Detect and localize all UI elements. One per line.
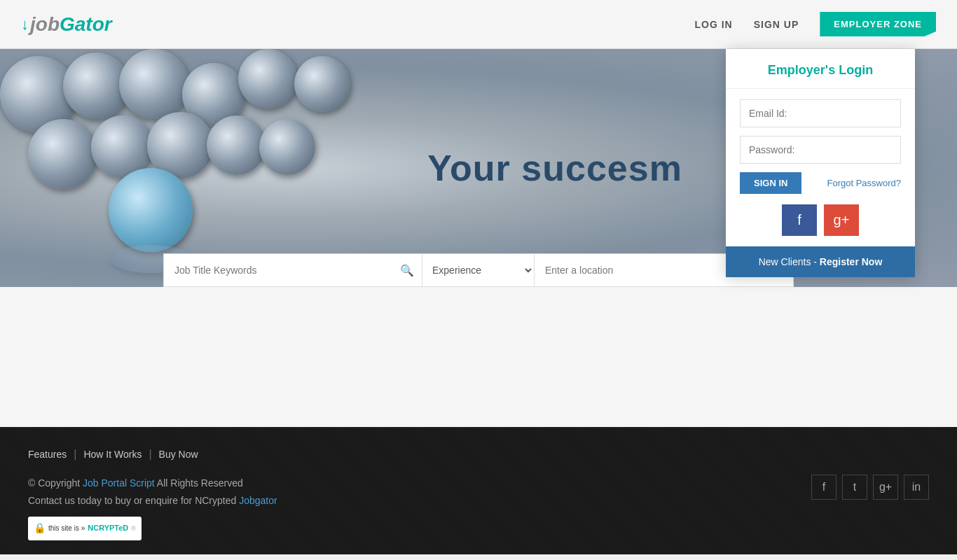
sphere-7 (28, 119, 98, 189)
register-text: New Clients - (759, 256, 820, 267)
footer-nav: Features | How It Works | Buy Now (28, 448, 929, 461)
signup-link[interactable]: SIGN UP (754, 19, 799, 30)
footer-bottom: © Copyright Job Portal Script All Rights… (28, 475, 929, 540)
sphere-3 (119, 49, 189, 119)
ncrypted-badge: 🔒 this site is » NCRYPTeD ® (28, 517, 142, 540)
logo: ↓ jobGator (21, 13, 112, 36)
sphere-blue (109, 168, 193, 252)
footer-linkedin-icon[interactable]: in (904, 475, 929, 500)
contact-text: Contact us today to buy or enquire for N… (28, 495, 239, 506)
spheres-container (0, 49, 420, 287)
employer-zone-button[interactable]: EMPLOYER ZONE (820, 12, 936, 36)
sign-in-button[interactable]: SIGN IN (740, 172, 801, 194)
register-link[interactable]: Register Now (820, 256, 882, 267)
register-bar[interactable]: New Clients - Register Now (726, 246, 915, 277)
search-bar: 🔍 Experience 0-1 Years 1-2 Years 2-5 Yea… (163, 253, 794, 287)
footer-features-link[interactable]: Features (28, 449, 67, 460)
logo-gator: Gator (60, 13, 112, 36)
forgot-password-link[interactable]: Forgot Password? (827, 178, 902, 188)
employer-panel-body: SIGN IN Forgot Password? f g+ (726, 89, 915, 246)
search-experience-container: Experience 0-1 Years 1-2 Years 2-5 Years… (422, 253, 535, 287)
employer-login-panel: Employer's Login SIGN IN Forgot Password… (726, 49, 915, 277)
rights-text: All Rights Reserved (155, 477, 243, 489)
password-input[interactable] (740, 136, 901, 164)
logo-icon: ↓ (21, 15, 29, 34)
email-input[interactable] (740, 99, 901, 127)
employer-panel-title: Employer's Login (726, 49, 915, 89)
logo-j: j (30, 13, 36, 36)
header: ↓ jobGator LOG IN SIGN UP EMPLOYER ZONE (0, 0, 957, 49)
footer-facebook-icon[interactable]: f (811, 475, 836, 500)
facebook-login-button[interactable]: f (782, 204, 817, 236)
social-buttons: f g+ (740, 204, 901, 236)
copyright-text: © Copyright (28, 477, 83, 489)
ncrypted-logo: 🔒 this site is » NCRYPTeD ® (28, 517, 277, 540)
footer-how-works-link[interactable]: How It Works (83, 449, 142, 460)
footer-twitter-icon[interactable]: t (842, 475, 867, 500)
sphere-6 (294, 56, 350, 112)
footer: Features | How It Works | Buy Now © Copy… (0, 427, 957, 554)
footer-buy-link[interactable]: Buy Now (159, 449, 198, 460)
sphere-11 (259, 119, 315, 175)
footer-social: f t g+ in (811, 475, 929, 500)
nav-right: LOG IN SIGN UP EMPLOYER ZONE (695, 12, 937, 36)
footer-sep-2: | (149, 448, 151, 461)
google-icon: g+ (834, 212, 850, 228)
footer-sep-1: | (74, 448, 76, 461)
logo-ob: ob (36, 13, 60, 36)
search-icon[interactable]: 🔍 (400, 264, 414, 277)
copyright-line: © Copyright Job Portal Script All Rights… (28, 475, 277, 492)
keywords-input[interactable] (163, 253, 422, 287)
login-link[interactable]: LOG IN (695, 19, 733, 30)
hero-tagline: Your succesm (427, 147, 682, 189)
sphere-10 (207, 115, 266, 175)
ncrypted-text: NCRYPTeD (88, 522, 128, 536)
contact-line: Contact us today to buy or enquire for N… (28, 492, 277, 510)
search-keywords-container: 🔍 (163, 253, 422, 287)
sphere-5 (238, 49, 298, 108)
experience-select[interactable]: Experience 0-1 Years 1-2 Years 2-5 Years… (422, 253, 535, 287)
footer-googleplus-icon[interactable]: g+ (873, 475, 898, 500)
employer-panel-actions: SIGN IN Forgot Password? (740, 172, 901, 194)
jobgator-link[interactable]: Jobgator (239, 495, 277, 506)
google-login-button[interactable]: g+ (824, 204, 859, 236)
facebook-icon: f (797, 212, 801, 228)
main-content (0, 287, 957, 427)
script-link[interactable]: Job Portal Script (83, 477, 155, 489)
footer-left: © Copyright Job Portal Script All Rights… (28, 475, 277, 540)
